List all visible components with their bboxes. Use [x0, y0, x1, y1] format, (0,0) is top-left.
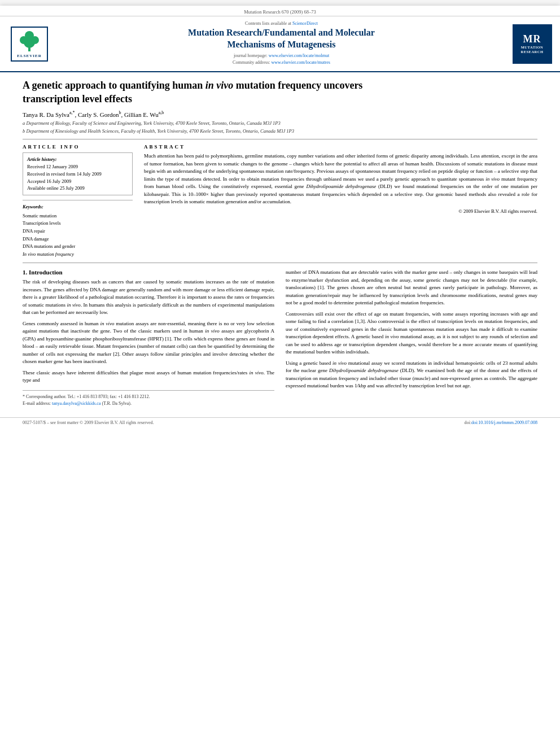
affiliation-a: a Department of Biology, Faculty of Scie… [23, 120, 537, 127]
body-left-col: 1. Introduction The risk of developing d… [23, 269, 274, 407]
journal-logo-right: MR MUTATION RESEARCH [511, 21, 553, 67]
sciencedirect-link[interactable]: ScienceDirect [292, 21, 318, 26]
journal-header: ELSEVIER Contents lists available at Sci… [0, 16, 560, 72]
footer-bar: 0027-5107/$ – see front matter © 2009 El… [0, 417, 560, 425]
citation-bar: Mutation Research 670 (2009) 68–73 [0, 6, 560, 16]
footnote-email: E-mail address: tanya.dasylva@sickkids.c… [23, 400, 274, 407]
intro-para2: Genes commonly assessed in human in vivo… [23, 320, 274, 366]
elsevier-logo: ELSEVIER [7, 21, 52, 67]
footer-issn: 0027-5107/$ – see front matter © 2009 El… [23, 420, 154, 425]
info-abstract-row: ARTICLE INFO Article history: Received 1… [23, 144, 537, 258]
intro-para3: These classic assays have inherent diffi… [23, 369, 274, 385]
body-right-col: number of DNA mutations that are detecta… [286, 269, 537, 407]
footnote-area: * Corresponding author. Tel.: +1 416 813… [23, 390, 274, 407]
page: Mutation Research 670 (2009) 68–73 ELSEV… [0, 6, 560, 747]
svg-point-4 [25, 31, 34, 40]
elsevier-tree-icon [15, 30, 43, 53]
right-para3: Using a genetic based in vivo mutational… [286, 360, 537, 390]
intro-para1: The risk of developing diseases such as … [23, 278, 274, 317]
article-info-col: ARTICLE INFO Article history: Received 1… [23, 144, 133, 258]
body-divider [23, 263, 537, 263]
right-para2: Controversies still exist over the effec… [286, 311, 537, 356]
divider [23, 139, 537, 139]
article-info-label: ARTICLE INFO [23, 144, 133, 150]
journal-links: journal homepage: www.elsevier.com/locat… [58, 53, 505, 67]
affiliation-b: b Department of Kinesiology and Health S… [23, 128, 537, 135]
doi-link[interactable]: doi:10.1016/j.mrfmmm.2009.07.008 [471, 420, 537, 425]
body-columns: 1. Introduction The risk of developing d… [23, 269, 537, 407]
article-title: A genetic approach to quantifying human … [23, 79, 537, 106]
article-history-box: Article history: Received 12 January 200… [23, 152, 133, 195]
journal-center: Contents lists available at ScienceDirec… [58, 21, 505, 67]
main-content: A genetic approach to quantifying human … [0, 72, 560, 413]
community-link[interactable]: www.elsevier.com/locate/mutres [272, 60, 330, 65]
elsevier-label: ELSEVIER [15, 54, 43, 58]
footnote-star: * Corresponding author. Tel.: +1 416 813… [23, 394, 274, 400]
keywords-box: Keywords: Somatic mutation Transcription… [23, 200, 133, 258]
mutation-research-logo: MR MUTATION RESEARCH [513, 24, 552, 64]
abstract-col: ABSTRACT Much attention has been paid to… [144, 144, 537, 258]
footer-doi: doi:doi:10.1016/j.mrfmmm.2009.07.008 [464, 420, 537, 425]
intro-heading: 1. Introduction [23, 269, 274, 276]
copyright-line: © 2009 Elsevier B.V. All rights reserved… [144, 208, 537, 214]
authors-line: Tanya R. Da Sylvaa,*, Carly S. Gordonb, … [23, 110, 537, 118]
contents-line: Contents lists available at ScienceDirec… [58, 21, 505, 26]
abstract-text: Much attention has been paid to polymorp… [144, 152, 537, 206]
journal-title: Mutation Research/Fundamental and Molecu… [58, 27, 505, 51]
right-para1: number of DNA mutations that are detecta… [286, 269, 537, 307]
citation-text: Mutation Research 670 (2009) 68–73 [244, 9, 316, 15]
journal-homepage-link[interactable]: www.elsevier.com/locate/molmut [269, 53, 329, 58]
email-link[interactable]: tanya.dasylva@sickkids.ca [52, 401, 102, 406]
abstract-label: ABSTRACT [144, 144, 537, 150]
